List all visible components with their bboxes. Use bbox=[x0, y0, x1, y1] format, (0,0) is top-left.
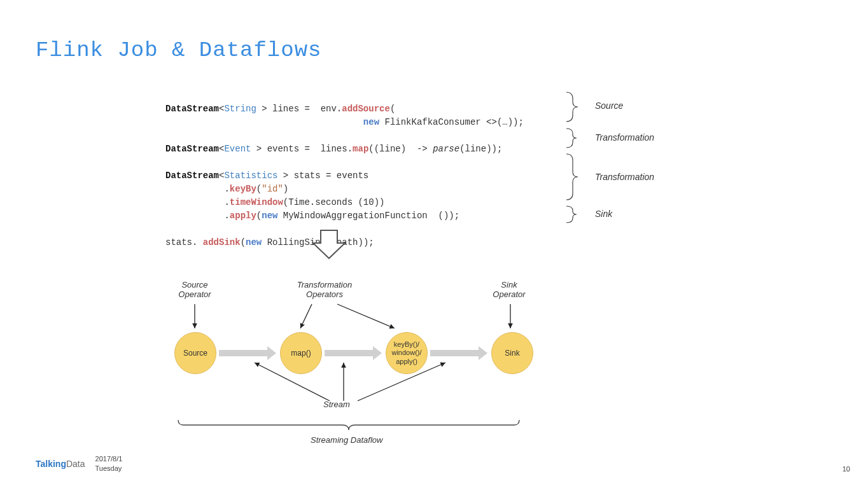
logo: TalkingData bbox=[36, 459, 85, 469]
code-token: ( bbox=[390, 104, 395, 114]
logo-part2: Data bbox=[66, 459, 85, 469]
label-stream: Stream bbox=[323, 400, 350, 409]
code-token: stats. bbox=[165, 237, 203, 247]
code-token: (Time.seconds (10)) bbox=[283, 197, 385, 207]
flow-arrow bbox=[430, 350, 480, 356]
code-token: MyWindowAggregationFunction ()); bbox=[277, 211, 459, 221]
svg-line-1 bbox=[300, 304, 312, 328]
code-token: new bbox=[363, 117, 379, 127]
code-token: Statistics bbox=[224, 171, 277, 181]
flow-diagram: Source Operator Transformation Operators… bbox=[165, 267, 560, 452]
code-token: DataStream bbox=[165, 144, 219, 154]
code-token: ( bbox=[256, 211, 262, 221]
code-token: . bbox=[165, 197, 230, 207]
footer-date-line2: Tuesday bbox=[95, 464, 123, 473]
code-token: Event bbox=[224, 144, 251, 154]
flow-arrow bbox=[219, 350, 269, 356]
footer: TalkingData 2017/8/1 Tuesday bbox=[36, 454, 122, 473]
annotation-source: Source bbox=[595, 101, 623, 111]
code-token: DataStream bbox=[165, 104, 219, 114]
code-token: . bbox=[165, 184, 230, 194]
annotation-trans2: Transformation bbox=[595, 172, 654, 182]
code-block: DataStream<String > lines = env.addSourc… bbox=[165, 89, 524, 249]
code-token: timeWindow bbox=[230, 197, 283, 207]
annotation-sink: Sink bbox=[595, 209, 612, 219]
code-token: "id" bbox=[262, 184, 283, 194]
code-token: ( bbox=[256, 184, 262, 194]
code-token: ) bbox=[283, 184, 288, 194]
flow-arrow bbox=[325, 350, 374, 356]
code-token: DataStream bbox=[165, 171, 219, 181]
code-token: addSource bbox=[342, 104, 390, 114]
code-token: > stats = events bbox=[277, 171, 368, 181]
code-token: (line)); bbox=[459, 144, 502, 154]
code-token: new bbox=[246, 237, 262, 247]
code-token: > lines = env. bbox=[256, 104, 342, 114]
code-token: addSink bbox=[203, 237, 241, 247]
node-map: map() bbox=[280, 332, 322, 374]
label-streaming-dataflow: Streaming Dataflow bbox=[311, 435, 382, 445]
code-token: ((line) -> bbox=[368, 144, 433, 154]
code-token: new bbox=[262, 211, 277, 221]
code-token: parse bbox=[433, 144, 459, 154]
code-token: keyBy bbox=[230, 184, 256, 194]
code-token: > events = lines. bbox=[251, 144, 353, 154]
node-source: Source bbox=[174, 332, 216, 374]
code-token: map bbox=[353, 144, 368, 154]
code-token: apply bbox=[230, 211, 256, 221]
label-trans-ops: Transformation Operators bbox=[280, 280, 369, 299]
logo-part1: Talking bbox=[36, 459, 66, 469]
code-token: String bbox=[224, 104, 256, 114]
footer-date-line1: 2017/8/1 bbox=[95, 454, 123, 463]
svg-line-2 bbox=[337, 304, 395, 328]
slide-title: Flink Job & Dataflows bbox=[36, 38, 321, 62]
down-arrow-icon bbox=[312, 229, 346, 261]
node-sink: Sink bbox=[491, 332, 533, 374]
code-token: . bbox=[165, 211, 230, 221]
footer-date: 2017/8/1 Tuesday bbox=[95, 454, 123, 473]
annotation-trans1: Transformation bbox=[595, 132, 654, 143]
label-source-op: Source Operator bbox=[169, 280, 220, 299]
node-keyby: keyBy()/ window()/ apply() bbox=[386, 332, 428, 374]
page-number: 10 bbox=[843, 465, 850, 473]
code-token bbox=[165, 117, 363, 127]
label-sink-op: Sink Operator bbox=[484, 280, 535, 299]
code-token: ( bbox=[241, 237, 246, 247]
code-token: FlinkKafkaConsumer <>(…)); bbox=[379, 117, 524, 127]
